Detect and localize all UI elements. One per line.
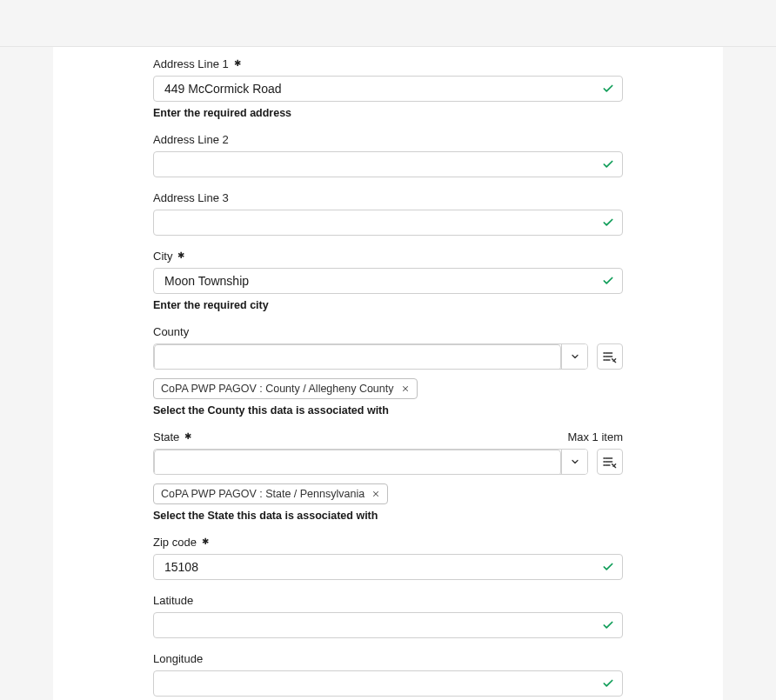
field-city: City ✱ Enter the required city	[153, 250, 623, 311]
label-text: Address Line 1	[153, 57, 229, 70]
label-text: Zip code	[153, 536, 197, 549]
state-chip: CoPA PWP PAGOV : State / Pennsylvania	[153, 483, 388, 504]
address2-label: Address Line 2	[153, 133, 229, 146]
address1-label: Address Line 1 ✱	[153, 57, 241, 70]
state-max-note: Max 1 item	[567, 430, 623, 443]
state-toggle[interactable]	[561, 450, 587, 474]
field-state: State ✱ Max 1 item	[153, 430, 623, 522]
city-help: Enter the required city	[153, 299, 623, 311]
county-toggle[interactable]	[561, 344, 587, 369]
address3-input[interactable]	[153, 210, 623, 236]
zip-input[interactable]	[153, 554, 623, 580]
longitude-label: Longitude	[153, 652, 203, 665]
county-chip: CoPA PWP PAGOV : County / Allegheny Coun…	[153, 378, 418, 399]
check-icon	[602, 217, 614, 229]
chip-label: CoPA PWP PAGOV : County / Allegheny Coun…	[161, 383, 394, 395]
form-card: Address Line 1 ✱ Enter the required addr…	[53, 47, 723, 700]
check-icon	[602, 677, 614, 690]
field-latitude: Latitude	[153, 594, 623, 638]
check-icon	[602, 561, 614, 573]
label-text: City	[153, 250, 172, 263]
address3-label: Address Line 3	[153, 191, 229, 204]
check-icon	[602, 158, 614, 170]
address1-help: Enter the required address	[153, 107, 623, 119]
field-zip: Zip code ✱	[153, 536, 623, 580]
zip-label: Zip code ✱	[153, 536, 209, 549]
svg-point-1	[604, 353, 605, 354]
field-address3: Address Line 3	[153, 191, 623, 236]
top-bar	[0, 0, 776, 47]
county-input[interactable]	[154, 344, 561, 370]
chip-remove[interactable]	[401, 384, 410, 393]
county-browse-button[interactable]	[597, 343, 623, 370]
svg-point-9	[604, 458, 605, 459]
state-combo[interactable]	[153, 449, 588, 475]
check-icon	[602, 619, 614, 631]
state-help: Select the State this data is associated…	[153, 510, 623, 522]
county-label: County	[153, 325, 189, 338]
state-input[interactable]	[154, 450, 561, 475]
check-icon	[602, 83, 614, 95]
field-address2: Address Line 2	[153, 133, 623, 177]
county-help: Select the County this data is associate…	[153, 404, 623, 417]
required-icon: ✱	[184, 431, 191, 441]
required-icon: ✱	[177, 250, 184, 260]
latitude-input[interactable]	[153, 612, 623, 638]
chip-label: CoPA PWP PAGOV : State / Pennsylvania	[161, 488, 365, 500]
latitude-label: Latitude	[153, 594, 193, 607]
address2-input[interactable]	[153, 151, 623, 177]
city-label: City ✱	[153, 250, 184, 263]
city-input[interactable]	[153, 268, 623, 294]
address1-input[interactable]	[153, 76, 623, 102]
longitude-input[interactable]	[153, 670, 623, 697]
state-label: State ✱	[153, 430, 191, 443]
field-longitude: Longitude	[153, 652, 623, 697]
svg-point-3	[604, 357, 605, 357]
check-icon	[602, 275, 614, 287]
page-wrap: Address Line 1 ✱ Enter the required addr…	[0, 47, 776, 700]
field-address1: Address Line 1 ✱ Enter the required addr…	[153, 57, 623, 119]
chip-remove[interactable]	[371, 490, 380, 498]
svg-point-11	[604, 462, 605, 463]
state-browse-button[interactable]	[597, 449, 623, 475]
county-combo[interactable]	[153, 343, 588, 370]
svg-point-5	[604, 360, 605, 361]
svg-point-13	[604, 465, 605, 466]
label-text: State	[153, 430, 179, 443]
field-county: County CoPA PWP PAGOV : County / Alle	[153, 325, 623, 417]
required-icon: ✱	[234, 58, 241, 68]
required-icon: ✱	[202, 537, 209, 546]
